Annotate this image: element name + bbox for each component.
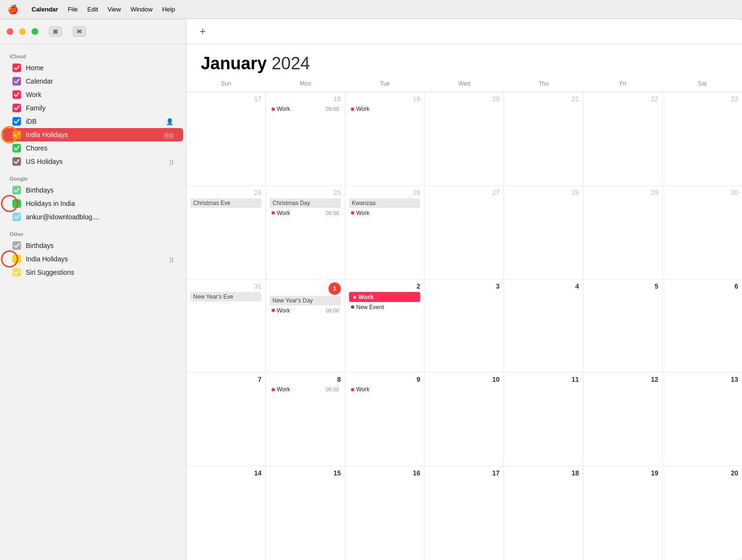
event-christmas-eve[interactable]: Christmas Eve xyxy=(190,198,262,208)
sidebar-item-family[interactable]: Family xyxy=(3,101,183,115)
family-checkbox[interactable] xyxy=(12,104,21,112)
siri-suggestions-checkbox[interactable] xyxy=(12,268,21,277)
sidebar-item-ankur-google[interactable]: ankur@idownloadblog.... xyxy=(3,210,183,224)
cell-dec19[interactable]: 19 Work xyxy=(345,92,425,185)
ankur-google-checkbox[interactable] xyxy=(12,213,21,221)
cell-jan17[interactable]: 17 xyxy=(425,466,504,560)
cell-dec29[interactable]: 29 xyxy=(583,186,663,279)
cell-dec23[interactable]: 23 xyxy=(663,92,742,185)
sidebar-item-home[interactable]: Home xyxy=(3,61,183,75)
event-work-jan8[interactable]: Work 09:00 xyxy=(270,385,341,394)
cell-jan4[interactable]: 4 xyxy=(504,280,583,373)
menu-edit[interactable]: Edit xyxy=(87,6,98,13)
india-holidays-other-checkbox[interactable] xyxy=(12,255,21,263)
event-work-jan9[interactable]: Work xyxy=(349,385,420,394)
cell-jan2[interactable]: 2 ● Work New Event xyxy=(345,280,425,373)
day-header-sat: Sat xyxy=(663,78,742,89)
idb-checkbox[interactable] xyxy=(12,117,21,126)
cell-dec27[interactable]: 27 xyxy=(425,186,504,279)
cell-jan13[interactable]: 13 xyxy=(663,373,742,466)
minimize-button[interactable] xyxy=(19,28,26,35)
calendar-checkbox[interactable] xyxy=(12,77,21,86)
cell-dec28[interactable]: 28 xyxy=(504,186,583,279)
sidebar-item-calendar[interactable]: Calendar xyxy=(3,75,183,88)
add-event-button[interactable]: + xyxy=(196,25,209,38)
work-label: Work xyxy=(26,91,174,98)
grid-view-button[interactable]: ⊞ xyxy=(49,26,62,37)
chores-checkbox[interactable] xyxy=(12,144,21,152)
menu-window[interactable]: Window xyxy=(131,6,153,13)
event-christmas-day[interactable]: Christmas Day xyxy=(270,198,341,208)
sidebar-item-idb[interactable]: iDB 👤 xyxy=(3,115,183,128)
event-new-years-day[interactable]: New Year's Day xyxy=(270,296,341,305)
sidebar-item-birthdays-other[interactable]: Birthdays xyxy=(3,239,183,252)
cell-jan12[interactable]: 12 xyxy=(583,373,663,466)
cell-jan3[interactable]: 3 xyxy=(425,280,504,373)
cell-dec17[interactable]: 17 xyxy=(186,92,266,185)
event-work-jan1[interactable]: Work 09:00 xyxy=(270,306,341,315)
date-jan1: 1 xyxy=(270,282,341,295)
cell-dec30[interactable]: 30 xyxy=(663,186,742,279)
close-button[interactable] xyxy=(7,28,13,35)
maximize-button[interactable] xyxy=(32,28,38,35)
sidebar-item-us-holidays[interactable]: US Holidays )) xyxy=(3,155,183,168)
sidebar-item-holidays-india-google[interactable]: Holidays in India xyxy=(3,197,183,210)
event-new-event-jan2[interactable]: New Event xyxy=(349,303,420,312)
date-jan18: 18 xyxy=(508,469,579,477)
cell-jan18[interactable]: 18 xyxy=(504,466,583,560)
cell-dec24[interactable]: 24 Christmas Eve xyxy=(186,186,266,279)
event-work-dec19[interactable]: Work xyxy=(349,105,420,113)
us-holidays-checkbox[interactable] xyxy=(12,157,21,166)
work-dot xyxy=(272,388,275,391)
event-new-years-eve[interactable]: New Year's Eve xyxy=(190,292,262,302)
event-work-highlighted-jan2[interactable]: ● Work xyxy=(349,292,420,302)
cell-jan16[interactable]: 16 xyxy=(345,466,425,560)
date-jan20: 20 xyxy=(666,469,738,477)
cell-dec20[interactable]: 20 xyxy=(425,92,504,185)
cell-dec18[interactable]: 18 Work 09:00 xyxy=(266,92,345,185)
cell-jan5[interactable]: 5 xyxy=(583,280,663,373)
sidebar-item-india-holidays-icloud[interactable]: India Holidays ◎)) xyxy=(3,128,183,141)
cell-jan11[interactable]: 11 xyxy=(504,373,583,466)
india-holidays-icloud-checkbox[interactable] xyxy=(12,130,21,139)
date-jan6: 6 xyxy=(666,282,738,290)
cell-jan14[interactable]: 14 xyxy=(186,466,266,560)
new-event-dot xyxy=(351,305,354,309)
birthdays-google-checkbox[interactable] xyxy=(12,186,21,194)
cell-jan15[interactable]: 15 xyxy=(266,466,345,560)
menu-help[interactable]: Help xyxy=(162,6,175,13)
menu-file[interactable]: File xyxy=(68,6,78,13)
work-checkbox[interactable] xyxy=(12,90,21,99)
sidebar-item-birthdays-google[interactable]: Birthdays xyxy=(3,183,183,197)
sidebar-item-work[interactable]: Work xyxy=(3,88,183,101)
holidays-india-google-checkbox[interactable] xyxy=(12,199,21,208)
cell-dec26[interactable]: 26 Kwanzaa Work xyxy=(345,186,425,279)
sidebar-item-siri-suggestions[interactable]: Siri Suggestions xyxy=(3,266,183,279)
sidebar-item-india-holidays-other[interactable]: India Holidays )) xyxy=(3,252,183,266)
cell-dec31[interactable]: 31 New Year's Eve xyxy=(186,280,266,373)
cell-jan8[interactable]: 8 Work 09:00 xyxy=(266,373,345,466)
sidebar-item-chores[interactable]: Chores xyxy=(3,141,183,155)
menu-view[interactable]: View xyxy=(108,6,121,13)
cell-dec25[interactable]: 25 Christmas Day Work 09:00 xyxy=(266,186,345,279)
work-dot xyxy=(272,211,275,215)
event-kwanzaa[interactable]: Kwanzaa xyxy=(349,198,420,208)
cell-jan6[interactable]: 6 xyxy=(663,280,742,373)
cell-jan1[interactable]: 1 New Year's Day Work 09:00 xyxy=(266,280,345,373)
cell-jan9[interactable]: 9 Work xyxy=(345,373,425,466)
cell-jan19[interactable]: 19 xyxy=(583,466,663,560)
event-work-dec18[interactable]: Work 09:00 xyxy=(270,105,341,113)
today-indicator: 1 xyxy=(328,282,341,295)
cell-dec21[interactable]: 21 xyxy=(504,92,583,185)
cell-jan7[interactable]: 7 xyxy=(186,373,266,466)
work-dot xyxy=(351,211,354,215)
cell-dec22[interactable]: 22 xyxy=(583,92,663,185)
cell-jan10[interactable]: 10 xyxy=(425,373,504,466)
event-work-dec25[interactable]: Work 09:00 xyxy=(270,209,341,217)
home-checkbox[interactable] xyxy=(12,64,21,72)
inbox-button[interactable]: ✉ xyxy=(73,26,86,37)
calendar-main: + January 2024 Sun Mon Tue Wed Thu Fri S… xyxy=(186,19,742,560)
cell-jan20[interactable]: 20 xyxy=(663,466,742,560)
birthdays-other-checkbox[interactable] xyxy=(12,241,21,250)
event-work-dec26[interactable]: Work xyxy=(349,209,420,217)
